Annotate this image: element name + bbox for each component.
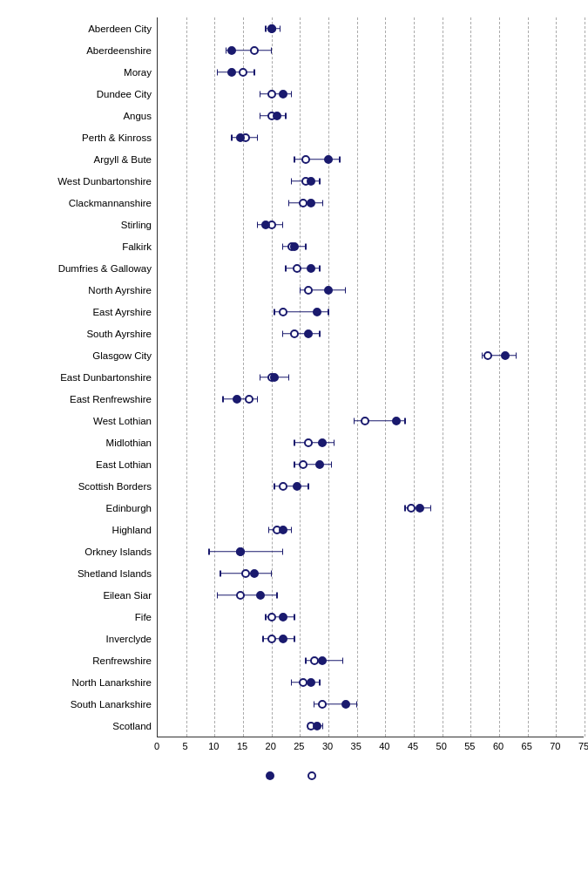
avg-dot — [239, 68, 247, 77]
ci-cap — [208, 548, 210, 554]
avg-dot — [361, 417, 369, 425]
labels-column: Aberdeen CityAberdeenshireMorayDundee Ci… — [9, 17, 157, 737]
ci-cap — [271, 570, 273, 576]
ci-cap — [282, 548, 284, 554]
dot-2015 — [236, 547, 245, 556]
data-row — [158, 562, 579, 584]
x-tick-label: 25 — [294, 741, 304, 751]
data-row — [158, 715, 579, 737]
ci-cap — [253, 69, 255, 75]
avg-dot — [250, 46, 259, 55]
ci-cap — [319, 178, 321, 184]
dot-2015 — [250, 569, 259, 578]
ci-cap — [291, 679, 293, 685]
dot-2015 — [279, 613, 287, 621]
row-label: Eilean Siar — [9, 584, 157, 606]
data-row — [158, 257, 579, 279]
row-label: Perth & Kinross — [9, 126, 157, 148]
x-tick-label: 0 — [154, 741, 159, 751]
x-tick-label: 55 — [464, 741, 475, 751]
data-row — [158, 301, 579, 323]
ci-cap — [282, 221, 284, 228]
ci-cap — [294, 614, 295, 620]
avg-dot — [245, 395, 253, 404]
x-axis: 051015202530354045505560657075 — [157, 737, 584, 754]
x-tick-label: 35 — [351, 741, 362, 751]
ci-cap — [404, 505, 406, 511]
row-label: East Renfrewshire — [9, 388, 157, 410]
dot-2015 — [318, 438, 327, 447]
ci-cap — [294, 635, 295, 642]
data-row — [158, 388, 579, 410]
ci-cap — [308, 483, 309, 489]
ci-cap — [354, 418, 355, 424]
data-row — [158, 671, 579, 693]
row-label: Moray — [9, 61, 157, 83]
ci-cap — [294, 156, 295, 162]
data-row — [158, 431, 579, 453]
legend — [9, 771, 579, 780]
row-label: East Dunbartonshire — [9, 366, 157, 388]
data-row — [158, 235, 579, 257]
x-tick-label: 45 — [408, 741, 418, 751]
row-label: Fife — [9, 606, 157, 628]
avg-dot — [304, 438, 313, 447]
ci-cap — [257, 396, 259, 402]
dot-2015 — [279, 526, 287, 534]
ci-cap — [260, 91, 261, 97]
avg-dot — [301, 155, 310, 164]
dot-2015 — [307, 678, 315, 687]
row-label: Midlothian — [9, 431, 157, 453]
dot-2015 — [307, 264, 315, 273]
data-row — [158, 649, 579, 671]
ci-cap — [345, 287, 347, 293]
row-label: Dumfries & Galloway — [9, 257, 157, 279]
dot-2015 — [313, 722, 321, 730]
ci-cap — [430, 505, 432, 511]
dot-2015 — [256, 591, 265, 600]
data-row — [158, 192, 579, 214]
ci-cap — [257, 134, 259, 140]
avg-dot — [407, 504, 416, 513]
row-label: Edinburgh — [9, 497, 157, 519]
row-label: South Ayrshire — [9, 323, 157, 344]
dot-2015 — [236, 133, 245, 142]
ci-cap — [291, 526, 293, 533]
dot-2015 — [273, 112, 281, 120]
data-row — [158, 606, 579, 628]
data-row — [158, 126, 579, 148]
x-tick-label: 15 — [237, 741, 247, 751]
data-row — [158, 475, 579, 497]
ci-cap — [305, 657, 307, 663]
chart-area: Aberdeen CityAberdeenshireMorayDundee Ci… — [9, 17, 579, 737]
x-tick-label: 5 — [183, 741, 188, 751]
ci-cap — [282, 330, 284, 336]
x-tick-label: 65 — [522, 741, 532, 751]
legend-item-avg — [308, 771, 323, 780]
x-tick-label: 50 — [436, 741, 447, 751]
ci-cap — [231, 134, 233, 140]
ci-cap — [356, 701, 358, 707]
data-row — [158, 366, 579, 388]
ci-cap — [300, 287, 301, 293]
ci-cap — [339, 156, 341, 162]
ci-cap — [274, 483, 275, 489]
data-row — [158, 148, 579, 170]
dot-2015 — [307, 199, 315, 207]
x-tick-label: 70 — [550, 741, 560, 751]
data-row — [158, 105, 579, 126]
row-label: Inverclyde — [9, 628, 157, 649]
dot-2015 — [324, 286, 333, 295]
ci-line — [218, 594, 278, 596]
dot-2015 — [392, 417, 401, 425]
dot-2015 — [270, 373, 279, 382]
row-label: West Lothian — [9, 410, 157, 431]
dot-2015 — [267, 24, 276, 33]
avg-dot — [483, 351, 492, 360]
data-row — [158, 519, 579, 540]
row-label: Glasgow City — [9, 344, 157, 366]
dot-2015 — [315, 460, 324, 469]
row-label: Highland — [9, 519, 157, 540]
ci-cap — [282, 243, 284, 249]
avg-dot — [318, 700, 327, 709]
